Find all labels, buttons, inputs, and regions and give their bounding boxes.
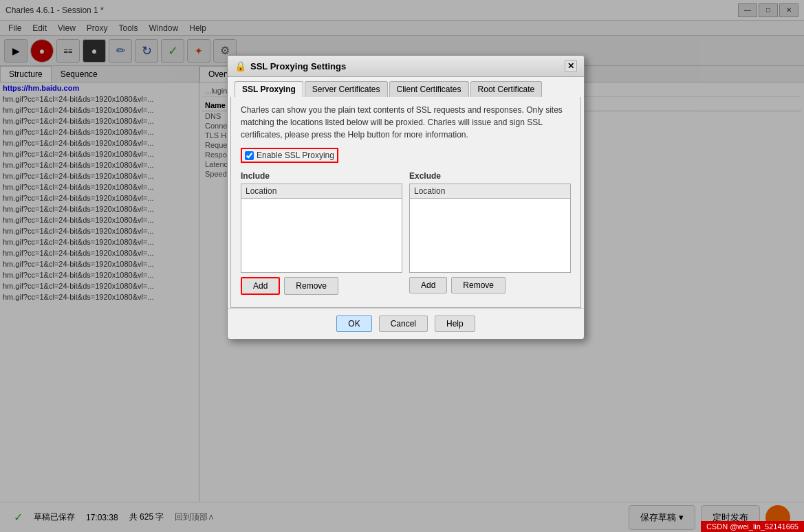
modal-title-bar: 🔒 SSL Proxying Settings ✕ — [228, 56, 584, 77]
exclude-section: Exclude Location Add Remove — [409, 171, 571, 295]
modal-overlay: 🔒 SSL Proxying Settings ✕ SSL Proxying S… — [0, 0, 804, 532]
modal-description: Charles can show you the plain text cont… — [241, 104, 571, 141]
cancel-button[interactable]: Cancel — [379, 315, 428, 332]
include-location-table: Location — [241, 184, 402, 273]
enable-ssl-row: Enable SSL Proxying — [241, 148, 571, 163]
ok-button[interactable]: OK — [336, 315, 371, 332]
modal-close-button[interactable]: ✕ — [565, 60, 577, 72]
modal-tabs: SSL Proxying Server Certificates Client … — [228, 77, 584, 97]
enable-ssl-label: Enable SSL Proxying — [257, 151, 334, 160]
exclude-location-header: Location — [410, 184, 570, 199]
enable-ssl-checkbox-wrapper: Enable SSL Proxying — [241, 148, 338, 163]
include-remove-button[interactable]: Remove — [284, 277, 338, 295]
help-button[interactable]: Help — [435, 315, 475, 332]
enable-ssl-checkbox[interactable] — [245, 151, 254, 160]
exclude-add-button[interactable]: Add — [409, 277, 447, 293]
tab-client-certificates[interactable]: Client Certificates — [389, 81, 469, 97]
include-label: Include — [241, 171, 402, 181]
modal-footer: OK Cancel Help — [228, 308, 584, 339]
include-add-button[interactable]: Add — [241, 277, 280, 295]
include-exclude-section: Include Location Add Remove Exclude Loca… — [241, 171, 571, 295]
lock-icon: 🔒 — [235, 60, 246, 71]
tab-root-certificate[interactable]: Root Certificate — [470, 81, 543, 97]
include-section: Include Location Add Remove — [241, 171, 402, 295]
modal-body: Charles can show you the plain text cont… — [230, 97, 581, 308]
csdn-watermark: CSDN @wei_lin_52141665 — [701, 521, 804, 532]
exclude-remove-button[interactable]: Remove — [451, 277, 506, 293]
exclude-btn-row: Add Remove — [409, 277, 571, 293]
tab-server-certificates[interactable]: Server Certificates — [305, 81, 388, 97]
include-btn-row: Add Remove — [241, 277, 402, 295]
ssl-proxying-settings-modal: 🔒 SSL Proxying Settings ✕ SSL Proxying S… — [227, 55, 585, 340]
include-location-header: Location — [241, 184, 402, 199]
tab-ssl-proxying[interactable]: SSL Proxying — [235, 81, 303, 97]
exclude-location-table: Location — [409, 184, 571, 273]
exclude-label: Exclude — [409, 171, 571, 181]
modal-title: SSL Proxying Settings — [250, 61, 346, 71]
